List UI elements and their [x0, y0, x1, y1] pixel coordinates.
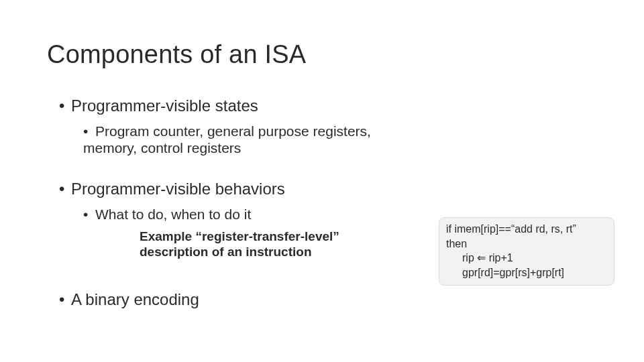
code-line: if imem[rip]==“add rd, rs, rt”	[446, 223, 576, 235]
code-line: gpr[rd]=gpr[rs]+grp[rt]	[446, 265, 607, 280]
bullet-text: A binary encoding	[71, 290, 199, 308]
bullet-dot-icon: •	[59, 290, 71, 310]
bullet-dot-icon: •	[59, 179, 71, 199]
example-note-line1: Example “register-transfer-level”	[140, 229, 381, 245]
bullet-dot-icon: •	[83, 123, 95, 139]
pseudocode-box: if imem[rip]==“add rd, rs, rt” then rip …	[439, 217, 614, 286]
bullet-text: Program counter, general purpose registe…	[83, 123, 371, 156]
bullet-level2: •Program counter, general purpose regist…	[83, 123, 392, 156]
code-line: then	[446, 238, 467, 249]
slide-title: Components of an ISA	[47, 40, 597, 69]
bullet-text: Programmer-visible behaviors	[71, 180, 285, 198]
bullet-dot-icon: •	[59, 96, 71, 116]
bullet-level1: •Programmer-visible states	[59, 96, 597, 116]
bullet-level1: •A binary encoding	[59, 290, 597, 310]
bullet-level2: •What to do, when to do it	[83, 206, 392, 223]
bullet-text: Programmer-visible states	[71, 97, 258, 115]
slide: Components of an ISA •Programmer-visible…	[0, 0, 644, 362]
code-line: rip ⇐ rip+1	[446, 251, 607, 265]
example-note-line2: description of an instruction	[140, 244, 381, 260]
spacer	[47, 162, 597, 179]
bullet-level1: •Programmer-visible behaviors	[59, 179, 597, 199]
bullet-text: What to do, when to do it	[95, 206, 251, 222]
bullet-dot-icon: •	[83, 206, 95, 223]
